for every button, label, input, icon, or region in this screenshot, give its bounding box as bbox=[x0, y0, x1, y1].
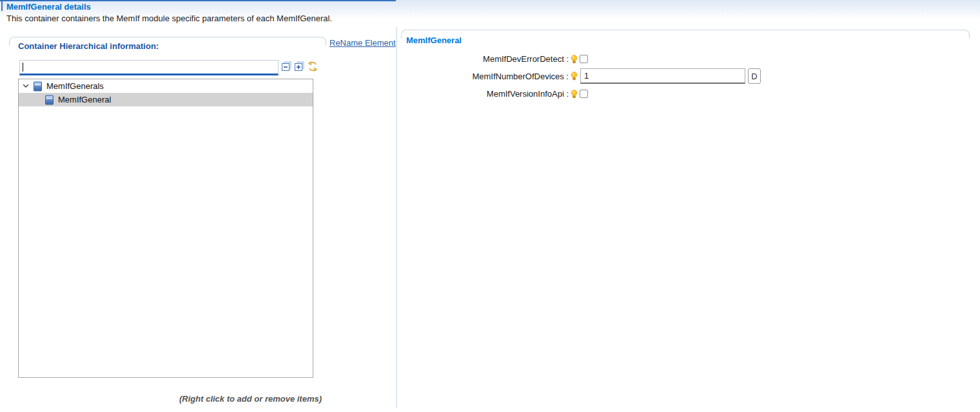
top-accent-line bbox=[0, 0, 396, 1]
field-label: MemIfNumberOfDevices : bbox=[401, 72, 569, 81]
page-subtitle: This container containers the MemIf modu… bbox=[6, 14, 332, 23]
lightbulb-icon bbox=[571, 55, 578, 64]
right-panel-header: MemIfGeneral bbox=[406, 35, 462, 45]
tree-item-memifgenerals[interactable]: MemIfGenerals bbox=[19, 79, 313, 93]
text-caret bbox=[23, 63, 23, 72]
tree-filter-input[interactable] bbox=[20, 61, 278, 74]
rename-element-link[interactable]: ReName Element bbox=[329, 38, 396, 48]
memifversioninfoapi-checkbox[interactable] bbox=[580, 90, 588, 98]
left-accent-line bbox=[1, 0, 3, 11]
tree-toolbar bbox=[281, 63, 318, 73]
tree-filter-field[interactable] bbox=[19, 60, 279, 75]
tree-item-memifgeneral[interactable]: MemIfGeneral bbox=[19, 93, 313, 106]
boxed-minus-icon bbox=[281, 61, 292, 74]
field-label: MemIfDevErrorDetect : bbox=[401, 54, 569, 64]
left-panel-header: Container Hierarchical information: bbox=[18, 41, 159, 51]
memif-config-view: MemIfGeneral details This container cont… bbox=[0, 0, 980, 412]
default-value-button[interactable]: D bbox=[748, 68, 761, 84]
field-label: MemIfVersionInfoApi : bbox=[401, 89, 569, 99]
tree-hint-text: (Right click to add or remove items) bbox=[179, 394, 322, 404]
lightbulb-icon bbox=[571, 90, 578, 99]
memifnumberofdevices-input[interactable] bbox=[580, 68, 745, 84]
right-panel-groupbox bbox=[401, 30, 970, 39]
page-title: MemIfGeneral details bbox=[6, 2, 91, 12]
chevron-down-icon[interactable] bbox=[23, 84, 30, 88]
tree-item-label: MemIfGeneral bbox=[58, 95, 111, 104]
expand-all-button[interactable] bbox=[294, 63, 305, 73]
field-row-memifversioninfoapi: MemIfVersionInfoApi : bbox=[401, 89, 588, 99]
container-icon bbox=[44, 95, 54, 105]
memifdeverrordetect-checkbox[interactable] bbox=[580, 55, 588, 63]
lightbulb-icon bbox=[571, 72, 578, 81]
field-row-memifdeverrordetect: MemIfDevErrorDetect : bbox=[401, 54, 588, 64]
refresh-button[interactable] bbox=[307, 63, 318, 73]
collapse-all-button[interactable] bbox=[281, 63, 292, 73]
tree-item-label: MemIfGenerals bbox=[46, 81, 104, 91]
circular-arrows-icon bbox=[308, 61, 318, 74]
panel-divider bbox=[396, 27, 397, 407]
boxed-plus-icon bbox=[294, 61, 305, 74]
container-icon bbox=[33, 81, 43, 92]
hierarchy-tree: MemIfGenerals MemIfGeneral bbox=[18, 79, 313, 378]
field-row-memifnumberofdevices: MemIfNumberOfDevices : D bbox=[401, 68, 761, 84]
